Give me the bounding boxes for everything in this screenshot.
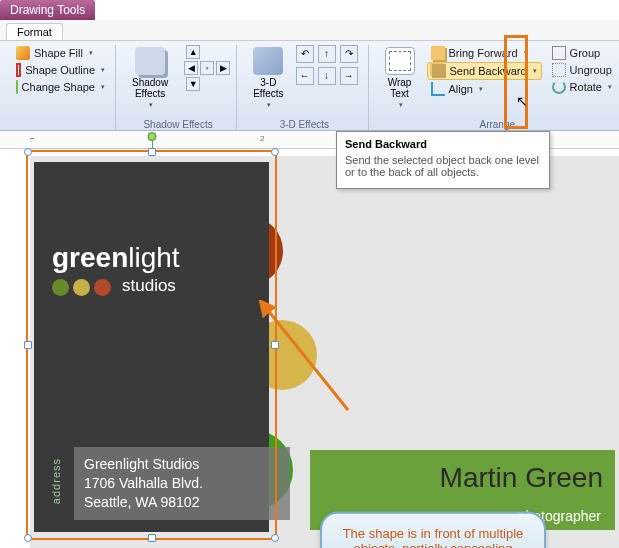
- logo-text: greenlight: [52, 242, 180, 274]
- group-button[interactable]: Group: [548, 45, 616, 61]
- shadow-effects-icon: [135, 47, 165, 75]
- bucket-icon: [16, 46, 30, 60]
- send-backward-label: Send Backward: [450, 65, 527, 77]
- ungroup-icon: [552, 63, 566, 77]
- address-block[interactable]: Greenlight Studios 1706 Valhalla Blvd. S…: [74, 447, 290, 520]
- tilt-up-button[interactable]: ↑: [318, 45, 336, 63]
- group-shadow-effects: Shadow Effects ▾ ▲ ◀◦▶ ▼ Shadow Effects: [120, 45, 237, 130]
- tooltip-send-backward: Send Backward Send the selected object b…: [336, 131, 550, 189]
- address-company: Greenlight Studios: [84, 455, 280, 474]
- bring-forward-button[interactable]: Bring Forward▾: [427, 45, 542, 61]
- 3d-effects-button[interactable]: 3-D Effects ▾: [247, 45, 289, 111]
- change-shape-button[interactable]: Change Shape▾: [12, 79, 109, 95]
- ungroup-label: Ungroup: [570, 64, 612, 76]
- change-shape-label: Change Shape: [22, 81, 95, 93]
- rotate-label: Rotate: [570, 81, 602, 93]
- nudge-right-button[interactable]: ▶: [216, 61, 230, 75]
- callout-text: The shape is in front of multiple object…: [343, 526, 524, 549]
- send-backward-button[interactable]: Send Backward▾: [427, 62, 542, 80]
- contextual-tab-title: Drawing Tools: [0, 0, 95, 20]
- mouse-pointer-icon: ↖: [516, 93, 528, 109]
- tooltip-title: Send Backward: [345, 138, 541, 150]
- tilt-right-button[interactable]: ↷: [340, 45, 358, 63]
- shadow-effects-label: Shadow Effects: [132, 77, 168, 99]
- tab-format[interactable]: Format: [6, 23, 63, 40]
- rotate-icon: [552, 80, 566, 94]
- logo-subtext: studios: [122, 276, 176, 296]
- group-icon: [552, 46, 566, 60]
- align-icon: [431, 82, 445, 96]
- shadow-group-label: Shadow Effects: [120, 119, 236, 130]
- chevron-down-icon: ▾: [149, 101, 153, 109]
- resize-handle[interactable]: [24, 148, 32, 156]
- cube-icon: [253, 47, 283, 75]
- chevron-down-icon: ▾: [267, 101, 271, 109]
- nudge-down-button[interactable]: ▼: [186, 77, 200, 91]
- chevron-down-icon: ▾: [533, 67, 537, 75]
- nudge-left-button[interactable]: ◀: [184, 61, 198, 75]
- tooltip-body: Send the selected object back one level …: [345, 154, 541, 178]
- shape-outline-label: Shape Outline: [25, 64, 95, 76]
- ribbon-tab-bar: Format: [0, 20, 619, 41]
- tilt-down-button[interactable]: ↓: [318, 67, 336, 85]
- address-street: 1706 Valhalla Blvd.: [84, 474, 280, 493]
- tutorial-callout: The shape is in front of multiple object…: [320, 512, 546, 549]
- document-canvas[interactable]: Martin Green photographer greenlight stu…: [0, 150, 619, 548]
- chevron-down-icon: ▾: [524, 49, 528, 57]
- address-heading: address: [50, 458, 62, 504]
- shape-fill-label: Shape Fill: [34, 47, 83, 59]
- chevron-down-icon: ▾: [479, 85, 483, 93]
- shadow-nudge-pad: ▲ ◀◦▶ ▼: [184, 45, 230, 91]
- chevron-down-icon: ▾: [101, 66, 105, 74]
- ribbon: Shape Fill▾ Shape Outline▾ Change Shape▾…: [0, 41, 619, 131]
- align-label: Align: [449, 83, 473, 95]
- 3d-effects-label: 3-D Effects: [253, 77, 283, 99]
- wrap-text-icon: [385, 47, 415, 75]
- nudge-center-button[interactable]: ◦: [200, 61, 214, 75]
- tilt-left-button[interactable]: ↶: [296, 45, 314, 63]
- shape-fill-button[interactable]: Shape Fill▾: [12, 45, 109, 61]
- 3d-group-label: 3-D Effects: [241, 119, 367, 130]
- wrap-text-button[interactable]: Wrap Text ▾: [379, 45, 421, 111]
- group-3d-effects: 3-D Effects ▾ ↶ ↑ ↷ ← ↓ → 3-D Effects: [241, 45, 368, 130]
- chevron-down-icon: ▾: [101, 83, 105, 91]
- pencil-outline-icon: [16, 63, 21, 77]
- resize-handle[interactable]: [271, 148, 279, 156]
- change-shape-icon: [16, 80, 18, 94]
- chevron-down-icon: ▾: [608, 83, 612, 91]
- business-card-shape[interactable]: greenlight studios address Greenlight St…: [34, 162, 269, 532]
- group-label: Group: [570, 47, 601, 59]
- rotate-button[interactable]: Rotate▾: [548, 79, 616, 95]
- resize-handle[interactable]: [148, 148, 156, 156]
- ungroup-button[interactable]: Ungroup: [548, 62, 616, 78]
- logo-dots: [52, 279, 111, 296]
- address-city: Seattle, WA 98102: [84, 493, 280, 512]
- tilt-lleft-button[interactable]: ←: [296, 67, 314, 85]
- nudge-up-button[interactable]: ▲: [186, 45, 200, 59]
- chevron-down-icon: ▾: [89, 49, 93, 57]
- tilt-rright-button[interactable]: →: [340, 67, 358, 85]
- person-name: Martin Green: [440, 462, 603, 494]
- arrange-group-label: Arrange: [373, 119, 619, 130]
- shape-outline-button[interactable]: Shape Outline▾: [12, 62, 109, 78]
- wrap-text-label: Wrap Text: [388, 77, 412, 99]
- bring-forward-icon: [431, 46, 445, 60]
- group-shape-styles: Shape Fill▾ Shape Outline▾ Change Shape▾: [6, 45, 116, 130]
- chevron-down-icon: ▾: [399, 101, 403, 109]
- send-backward-icon: [432, 64, 446, 78]
- group-arrange: Wrap Text ▾ Bring Forward▾ Send Backward…: [373, 45, 619, 130]
- 3d-tilt-pad: ↶ ↑ ↷ ← ↓ →: [296, 45, 362, 85]
- bring-forward-label: Bring Forward: [449, 47, 518, 59]
- shadow-effects-button[interactable]: Shadow Effects ▾: [126, 45, 174, 111]
